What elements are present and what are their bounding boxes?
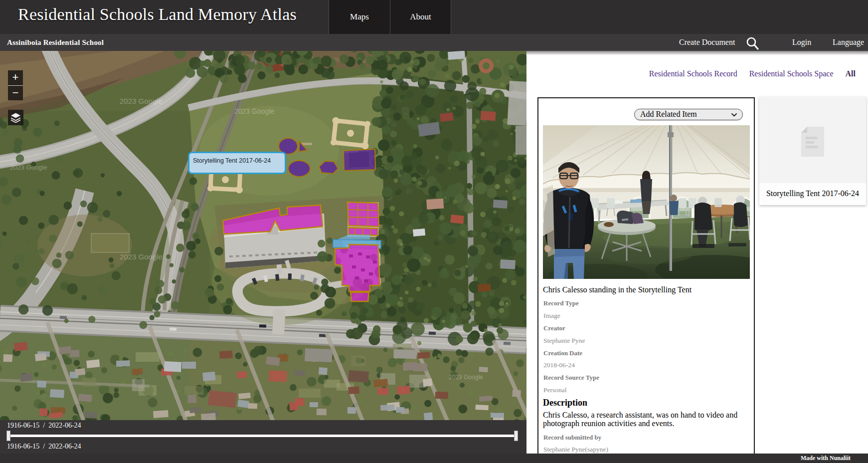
svg-text:2023 Google: 2023 Google — [234, 107, 274, 115]
svg-text:2023 Google: 2023 Google — [120, 252, 163, 261]
svg-text:2023 Google: 2023 Google — [120, 97, 163, 105]
svg-text:2023 Google: 2023 Google — [10, 164, 47, 171]
svg-text:2023 Google: 2023 Google — [449, 374, 483, 381]
